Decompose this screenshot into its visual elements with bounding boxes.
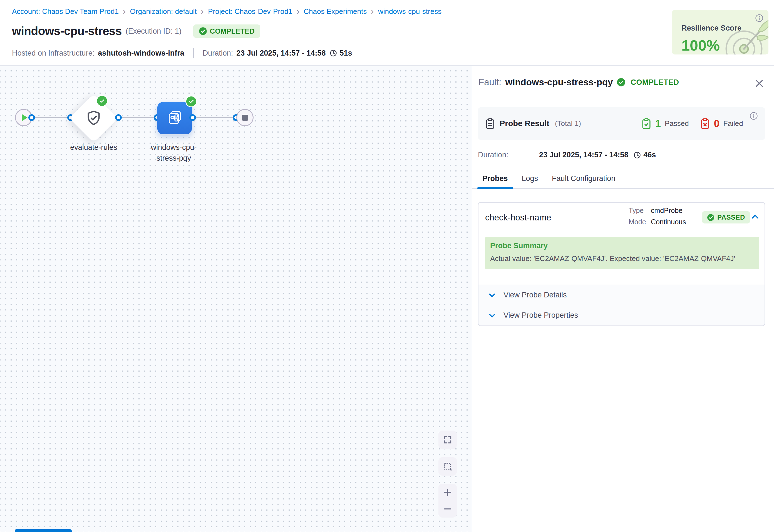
clipboard-icon xyxy=(485,118,495,129)
breadcrumb-project-link[interactable]: Project: Chaos-Dev-Prod1 xyxy=(208,7,292,16)
breadcrumb-org-link[interactable]: Organization: default xyxy=(130,7,197,16)
fault-details-panel: Fault: windows-cpu-stress-pqy COMPLETED … xyxy=(472,66,774,532)
panel-duration-value: 23 Jul 2025, 14:57 - 14:58 xyxy=(539,151,628,159)
shield-check-icon xyxy=(85,109,103,127)
passed-count: 1 xyxy=(655,118,661,130)
probe-mode-label: Mode xyxy=(629,218,651,226)
clipboard-x-icon xyxy=(700,118,710,129)
fullscreen-button[interactable] xyxy=(438,431,457,449)
breadcrumb-account-link[interactable]: Account: Chaos Dev Team Prod1 xyxy=(12,7,119,16)
infra-value: ashutosh-windows-infra xyxy=(98,49,184,58)
failed-count: 0 xyxy=(714,118,720,130)
stop-icon xyxy=(242,115,248,121)
clipboard-check-icon xyxy=(641,118,651,129)
pipeline-canvas[interactable]: evaluate-rules windows-cpu- stress-pqy xyxy=(0,66,472,532)
failed-label: Failed xyxy=(723,119,743,128)
divider xyxy=(193,48,194,58)
play-icon xyxy=(22,114,28,121)
duration-label: Duration: xyxy=(203,49,233,58)
edge-port xyxy=(28,114,35,121)
collapse-probe-button[interactable] xyxy=(750,212,760,222)
clock-icon xyxy=(633,151,641,159)
resilience-score-value: 100% xyxy=(681,37,720,54)
probe-result-title: Probe Result xyxy=(500,119,549,128)
breadcrumb-separator: › xyxy=(371,8,374,16)
chevron-up-icon xyxy=(750,212,760,222)
fault-label: Fault: xyxy=(478,77,502,88)
info-icon[interactable] xyxy=(750,112,758,120)
plus-icon xyxy=(443,488,452,497)
panel-duration-elapsed: 46s xyxy=(643,151,656,159)
page-header: Account: Chaos Dev Team Prod1 › Organiza… xyxy=(0,0,774,66)
check-circle-icon xyxy=(707,214,715,221)
close-panel-button[interactable] xyxy=(754,78,765,89)
node-evaluate-rules[interactable] xyxy=(76,101,111,136)
zoom-in-button[interactable] xyxy=(443,488,452,497)
passed-label: Passed xyxy=(665,119,689,128)
chevron-down-icon xyxy=(488,291,496,299)
probe-type-label: Type xyxy=(629,207,651,215)
probe-result-summary: Probe Result (Total 1) 1 Passed 0 Failed xyxy=(478,107,765,140)
breadcrumb: Account: Chaos Dev Team Prod1 › Organiza… xyxy=(12,7,441,16)
probe-summary-title: Probe Summary xyxy=(490,242,754,250)
probe-result-total: (Total 1) xyxy=(555,119,581,128)
page-title: windows-cpu-stress xyxy=(12,24,122,38)
selection-box-icon xyxy=(443,462,452,471)
pipeline-edge xyxy=(24,117,245,118)
breadcrumb-current-link[interactable]: windows-cpu-stress xyxy=(378,7,441,16)
check-circle-icon xyxy=(199,27,207,35)
breadcrumb-experiments-link[interactable]: Chaos Experiments xyxy=(304,7,367,16)
panel-duration-label: Duration: xyxy=(478,151,539,159)
fault-status: COMPLETED xyxy=(631,78,679,87)
probe-name: check-host-name xyxy=(485,213,551,223)
target-arrow-illustration xyxy=(717,15,768,54)
edge-port xyxy=(189,114,196,121)
view-probe-properties-toggle[interactable]: View Probe Properties xyxy=(478,305,765,325)
success-badge-icon xyxy=(96,95,108,107)
pipeline-end-node[interactable] xyxy=(236,109,254,126)
probe-type-value: cmdProbe xyxy=(651,207,686,215)
panel-tabs: Probes Logs Fault Configuration xyxy=(472,169,774,189)
node-label-fault: windows-cpu- stress-pqy xyxy=(125,142,222,164)
minus-icon xyxy=(443,504,452,514)
node-windows-cpu-stress-pqy[interactable] xyxy=(157,102,192,134)
breadcrumb-separator: › xyxy=(297,8,300,16)
help-resources-button[interactable] xyxy=(15,529,72,532)
check-circle-icon xyxy=(617,78,626,87)
breadcrumb-separator: › xyxy=(201,8,204,16)
tab-probes[interactable]: Probes xyxy=(482,174,508,183)
infra-label: Hosted on Infrastructure: xyxy=(12,49,95,58)
clock-icon xyxy=(329,49,337,57)
zoom-controls xyxy=(438,484,457,518)
probe-summary-text: Actual value: 'EC2AMAZ-QMVAF4J'. Expecte… xyxy=(490,254,754,263)
experiment-status-badge: COMPLETED xyxy=(193,24,260,38)
breadcrumb-separator: › xyxy=(123,8,126,16)
probe-summary: Probe Summary Actual value: 'EC2AMAZ-QMV… xyxy=(485,237,759,269)
zoom-out-button[interactable] xyxy=(443,504,452,514)
experiment-icon xyxy=(166,110,183,127)
probe-status-badge: PASSED xyxy=(702,211,750,223)
tab-fault-configuration[interactable]: Fault Configuration xyxy=(552,174,615,183)
tab-logs[interactable]: Logs xyxy=(522,174,538,183)
active-tab-indicator xyxy=(477,187,513,189)
duration-value: 23 Jul 2025, 14:57 - 14:58 xyxy=(236,49,326,58)
chevron-down-icon xyxy=(488,311,496,320)
execution-id: (Execution ID: 1) xyxy=(126,27,182,36)
probe-mode-value: Continuous xyxy=(651,218,686,226)
edge-port xyxy=(115,114,122,121)
success-badge-icon xyxy=(185,96,197,107)
duration-elapsed: 51s xyxy=(339,49,352,58)
fullscreen-icon xyxy=(443,435,452,444)
view-probe-details-toggle[interactable]: View Probe Details xyxy=(478,285,765,305)
resilience-score-card: Resilience Score 100% xyxy=(672,10,768,54)
fault-name: windows-cpu-stress-pqy xyxy=(505,77,613,88)
probe-card-check-host-name: check-host-name Type cmdProbe Mode Conti… xyxy=(478,202,765,326)
selection-tool-button[interactable] xyxy=(438,457,457,476)
close-icon xyxy=(754,78,765,89)
